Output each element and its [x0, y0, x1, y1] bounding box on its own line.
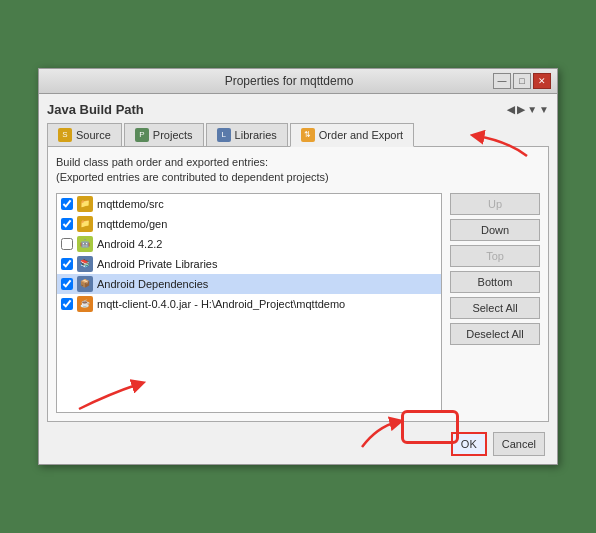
tab-source-label: Source: [76, 129, 111, 141]
nav-arrows: ◀ ▶ ▼ ▼: [507, 104, 549, 115]
list-item[interactable]: 🤖 Android 4.2.2: [57, 234, 441, 254]
item4-icon: 📚: [77, 256, 93, 272]
list-item[interactable]: ☕ mqtt-client-0.4.0.jar - H:\Android_Pro…: [57, 294, 441, 314]
tab-libraries[interactable]: L Libraries: [206, 123, 288, 146]
item3-label: Android 4.2.2: [97, 238, 162, 250]
item5-checkbox[interactable]: [61, 278, 73, 290]
ok-button[interactable]: OK: [451, 432, 487, 456]
tab-order[interactable]: ⇅ Order and Export: [290, 123, 414, 147]
tab-libraries-label: Libraries: [235, 129, 277, 141]
title-bar: Properties for mqttdemo — □ ✕: [39, 69, 557, 94]
item3-icon: 🤖: [77, 236, 93, 252]
item1-label: mqttdemo/src: [97, 198, 164, 210]
item2-icon: 📁: [77, 216, 93, 232]
nav-forward[interactable]: ▶: [517, 104, 525, 115]
nav-down1[interactable]: ▼: [527, 104, 537, 115]
desc-line2: (Exported entries are contributed to dep…: [56, 170, 540, 185]
deselect-all-button[interactable]: Deselect All: [450, 323, 540, 345]
item3-checkbox[interactable]: [61, 238, 73, 250]
item2-checkbox[interactable]: [61, 218, 73, 230]
section-header: Java Build Path ◀ ▶ ▼ ▼: [47, 102, 549, 117]
window-body: Java Build Path ◀ ▶ ▼ ▼ S Source P Proje…: [39, 94, 557, 465]
item6-checkbox[interactable]: [61, 298, 73, 310]
libraries-tab-icon: L: [217, 128, 231, 142]
select-all-button[interactable]: Select All: [450, 297, 540, 319]
desc-line1: Build class path order and exported entr…: [56, 155, 540, 170]
item1-checkbox[interactable]: [61, 198, 73, 210]
window-controls: — □ ✕: [493, 73, 551, 89]
up-button[interactable]: Up: [450, 193, 540, 215]
item5-label: Android Dependencies: [97, 278, 208, 290]
window-title: Properties for mqttdemo: [85, 74, 493, 88]
classpath-list[interactable]: 📁 mqttdemo/src 📁 mqttdemo/gen 🤖 Android …: [56, 193, 442, 413]
item6-label: mqtt-client-0.4.0.jar - H:\Android_Proje…: [97, 298, 345, 310]
tab-order-label: Order and Export: [319, 129, 403, 141]
section-title-text: Java Build Path: [47, 102, 144, 117]
list-item[interactable]: 📁 mqttdemo/gen: [57, 214, 441, 234]
item6-icon: ☕: [77, 296, 93, 312]
properties-dialog: Properties for mqttdemo — □ ✕ Java Build…: [38, 68, 558, 466]
nav-down2[interactable]: ▼: [539, 104, 549, 115]
maximize-button[interactable]: □: [513, 73, 531, 89]
cancel-button[interactable]: Cancel: [493, 432, 545, 456]
down-button[interactable]: Down: [450, 219, 540, 241]
list-item[interactable]: 📚 Android Private Libraries: [57, 254, 441, 274]
tab-projects[interactable]: P Projects: [124, 123, 204, 146]
list-item[interactable]: 📦 Android Dependencies: [57, 274, 441, 294]
top-button[interactable]: Top: [450, 245, 540, 267]
content-area: Build class path order and exported entr…: [47, 147, 549, 423]
item1-icon: 📁: [77, 196, 93, 212]
source-tab-icon: S: [58, 128, 72, 142]
item2-label: mqttdemo/gen: [97, 218, 167, 230]
tabs-bar: S Source P Projects L Libraries ⇅ Order …: [47, 123, 549, 147]
action-buttons: Up Down Top Bottom Select All Deselect A…: [450, 193, 540, 413]
tab-projects-label: Projects: [153, 129, 193, 141]
description: Build class path order and exported entr…: [56, 155, 540, 186]
list-item[interactable]: 📁 mqttdemo/src: [57, 194, 441, 214]
bottom-button[interactable]: Bottom: [450, 271, 540, 293]
tab-source[interactable]: S Source: [47, 123, 122, 146]
item5-icon: 📦: [77, 276, 93, 292]
dialog-buttons: OK Cancel: [47, 432, 549, 456]
order-tab-icon: ⇅: [301, 128, 315, 142]
close-button[interactable]: ✕: [533, 73, 551, 89]
projects-tab-icon: P: [135, 128, 149, 142]
nav-back[interactable]: ◀: [507, 104, 515, 115]
main-layout: 📁 mqttdemo/src 📁 mqttdemo/gen 🤖 Android …: [56, 193, 540, 413]
item4-checkbox[interactable]: [61, 258, 73, 270]
minimize-button[interactable]: —: [493, 73, 511, 89]
item4-label: Android Private Libraries: [97, 258, 217, 270]
